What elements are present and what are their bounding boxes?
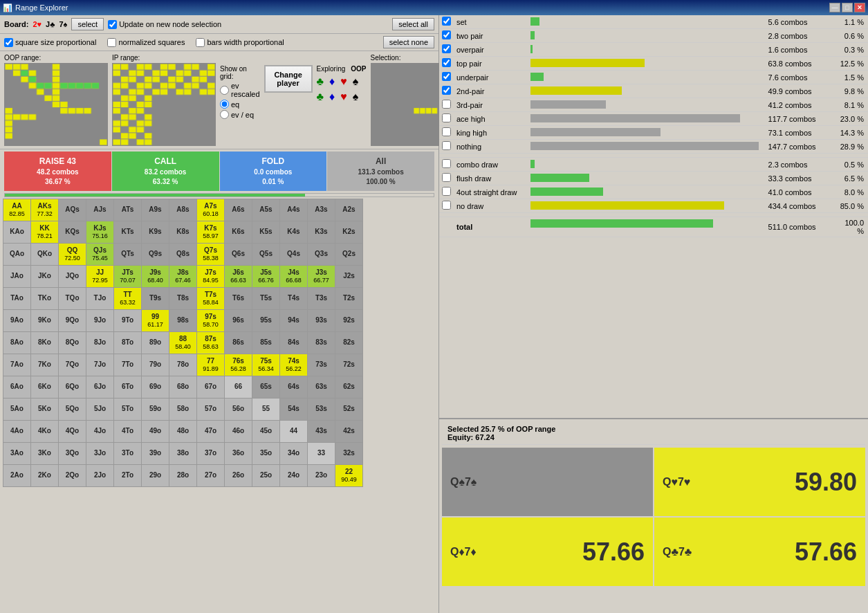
category-checkbox[interactable] xyxy=(442,30,451,39)
all-action[interactable]: All 131.3 combos 100.00 % xyxy=(327,152,434,191)
matrix-cell[interactable]: 4Ao xyxy=(3,420,31,442)
matrix-cell[interactable]: 96s xyxy=(225,309,252,331)
matrix-cell[interactable]: 29o xyxy=(142,464,169,486)
matrix-cell[interactable]: A8s xyxy=(169,199,197,221)
matrix-cell[interactable]: 9Jo xyxy=(86,309,114,331)
matrix-cell[interactable]: Q9s xyxy=(142,243,169,265)
category-row[interactable]: king high73.1 combos14.3 % xyxy=(439,126,868,140)
category-row[interactable]: combo draw2.3 combos0.5 % xyxy=(439,158,868,172)
category-row[interactable]: no draw434.4 combos85.0 % xyxy=(439,199,868,213)
matrix-cell[interactable]: TAo xyxy=(3,287,31,309)
matrix-cell[interactable]: AJs xyxy=(86,199,114,221)
matrix-cell[interactable]: Q5s xyxy=(252,243,280,265)
matrix-cell[interactable]: 37o xyxy=(197,442,225,464)
square-size-label[interactable]: square size proportional xyxy=(4,38,96,47)
category-checkbox[interactable] xyxy=(442,100,451,109)
matrix-cell[interactable]: 43s xyxy=(308,420,335,442)
matrix-cell[interactable]: AKs77.32 xyxy=(31,199,59,221)
matrix-cell[interactable]: 82s xyxy=(335,331,363,354)
bars-width-label[interactable]: bars width proportional xyxy=(196,38,284,47)
matrix-cell[interactable]: 32s xyxy=(335,442,363,464)
matrix-cell[interactable]: A4s xyxy=(280,199,308,221)
matrix-cell[interactable]: T7s58.84 xyxy=(197,287,225,309)
matrix-cell[interactable]: JJ72.95 xyxy=(86,265,114,287)
change-player-button[interactable]: Change player xyxy=(264,65,313,93)
matrix-cell[interactable]: 85s xyxy=(252,331,280,354)
matrix-cell[interactable]: 8Ko xyxy=(31,331,59,354)
matrix-cell[interactable]: 95s xyxy=(252,309,280,331)
matrix-cell[interactable]: 94s xyxy=(280,309,308,331)
matrix-cell[interactable]: T9s xyxy=(142,287,169,309)
matrix-cell[interactable]: 26o xyxy=(225,464,252,486)
matrix-cell[interactable]: 42s xyxy=(335,420,363,442)
matrix-cell[interactable]: 6To xyxy=(114,376,142,398)
matrix-cell[interactable]: K6s xyxy=(225,221,252,243)
matrix-cell[interactable]: 76s56.28 xyxy=(225,354,252,376)
category-row[interactable]: 3rd-pair41.2 combos8.1 % xyxy=(439,98,868,112)
category-checkbox[interactable] xyxy=(442,72,451,81)
category-row[interactable]: flush draw33.3 combos6.5 % xyxy=(439,172,868,185)
matrix-cell[interactable]: 7Ko xyxy=(31,354,59,376)
matrix-cell[interactable]: 39o xyxy=(142,442,169,464)
category-checkbox[interactable] xyxy=(442,201,451,210)
matrix-cell[interactable]: QTs xyxy=(114,243,142,265)
call-action[interactable]: CALL 83.2 combos 63.32 % xyxy=(112,152,219,191)
matrix-cell[interactable]: 75s56.34 xyxy=(252,354,280,376)
matrix-cell[interactable]: AA82.85 xyxy=(3,199,31,221)
matrix-cell[interactable]: 73s xyxy=(308,354,335,376)
matrix-cell[interactable]: JQo xyxy=(59,265,86,287)
update-checkbox[interactable] xyxy=(108,20,117,29)
matrix-cell[interactable]: J4s66.68 xyxy=(280,265,308,287)
normalized-checkbox[interactable] xyxy=(107,38,116,47)
category-checkbox[interactable] xyxy=(442,141,451,150)
matrix-cell[interactable]: 8858.40 xyxy=(169,331,197,354)
matrix-cell[interactable]: 84s xyxy=(280,331,308,354)
matrix-cell[interactable]: JTs70.07 xyxy=(114,265,142,287)
matrix-cell[interactable]: 69o xyxy=(142,376,169,398)
matrix-cell[interactable]: 63s xyxy=(308,376,335,398)
matrix-cell[interactable]: ATs xyxy=(114,199,142,221)
matrix-cell[interactable]: T3s xyxy=(308,287,335,309)
matrix-cell[interactable]: 6Ko xyxy=(31,376,59,398)
matrix-cell[interactable]: 7Ao xyxy=(3,354,31,376)
matrix-cell[interactable]: 62s xyxy=(335,376,363,398)
matrix-cell[interactable]: T8s xyxy=(169,287,197,309)
matrix-cell[interactable]: J2s xyxy=(335,265,363,287)
matrix-cell[interactable]: 9Ao xyxy=(3,309,31,331)
matrix-cell[interactable]: 93s xyxy=(308,309,335,331)
matrix-cell[interactable]: A9s xyxy=(142,199,169,221)
matrix-cell[interactable]: 78o xyxy=(169,354,197,376)
raise-action[interactable]: RAISE 43 48.2 combos 36.67 % xyxy=(4,152,111,191)
category-row[interactable]: underpair7.6 combos1.5 % xyxy=(439,71,868,84)
matrix-cell[interactable]: 23o xyxy=(308,464,335,486)
update-checkbox-label[interactable]: Update on new node selection xyxy=(108,20,221,29)
matrix-cell[interactable]: J8s67.46 xyxy=(169,265,197,287)
matrix-cell[interactable]: 44 xyxy=(280,420,308,442)
category-row[interactable]: nothing147.7 combos28.9 % xyxy=(439,140,868,154)
matrix-cell[interactable]: 57o xyxy=(197,398,225,420)
minimize-button[interactable]: — xyxy=(829,3,840,12)
matrix-cell[interactable]: 3Qo xyxy=(59,442,86,464)
matrix-cell[interactable]: 9Qo xyxy=(59,309,86,331)
hand-matrix[interactable]: AA82.85AKs77.32AQsAJsATsA9sA8sA7s60.18A6… xyxy=(3,199,363,487)
matrix-cell[interactable]: 2290.49 xyxy=(335,464,363,486)
matrix-cell[interactable]: 6Qo xyxy=(59,376,86,398)
matrix-cell[interactable]: 68o xyxy=(169,376,197,398)
matrix-cell[interactable]: QAo xyxy=(3,243,31,265)
matrix-cell[interactable]: TJo xyxy=(86,287,114,309)
matrix-cell[interactable]: A3s xyxy=(308,199,335,221)
matrix-cell[interactable]: T5s xyxy=(252,287,280,309)
matrix-cell[interactable]: 49o xyxy=(142,420,169,442)
matrix-cell[interactable]: Q4s xyxy=(280,243,308,265)
matrix-cell[interactable]: J9s68.40 xyxy=(142,265,169,287)
category-checkbox[interactable] xyxy=(442,127,451,136)
category-checkbox[interactable] xyxy=(442,44,451,53)
maximize-button[interactable]: □ xyxy=(842,3,853,12)
matrix-cell[interactable]: QKo xyxy=(31,243,59,265)
matrix-cell[interactable]: 7791.89 xyxy=(197,354,225,376)
matrix-cell[interactable]: 8Ao xyxy=(3,331,31,354)
matrix-cell[interactable]: TT63.32 xyxy=(114,287,142,309)
matrix-cell[interactable]: K5s xyxy=(252,221,280,243)
matrix-cell[interactable]: 66 xyxy=(225,376,252,398)
matrix-cell[interactable]: A2s xyxy=(335,199,363,221)
